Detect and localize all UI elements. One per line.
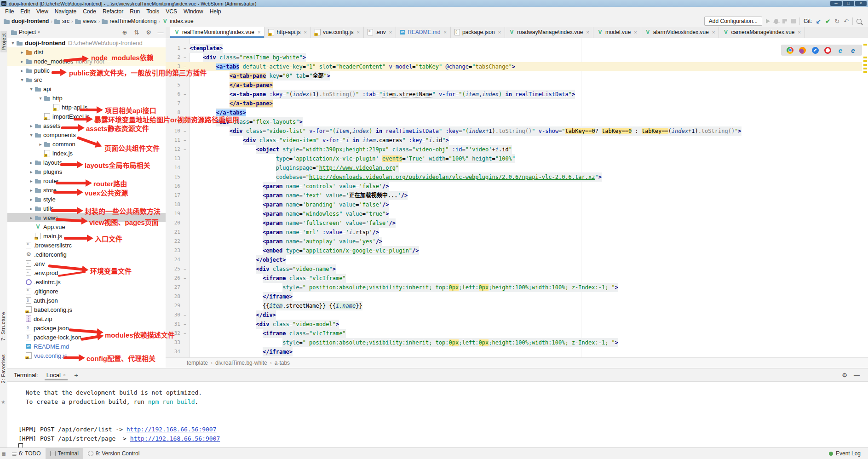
tree-item-plugins[interactable]: ▸plugins <box>7 167 166 176</box>
warning-stripe-mark[interactable] <box>863 44 867 46</box>
tree-item-babel.config.js[interactable]: babel.config.js <box>7 305 166 314</box>
tree-item-http-api.js[interactable]: http-api.js <box>7 103 166 112</box>
code-line[interactable]: 5</a-tab-pane> <box>166 80 862 90</box>
breadcrumb-item[interactable]: realTimeMonitoring <box>102 18 156 24</box>
tree-item-.env.prod[interactable]: .env.prod <box>7 268 166 277</box>
tree-chevron-icon[interactable]: ▾ <box>9 40 17 46</box>
hide-panel-icon[interactable]: — <box>155 29 166 36</box>
tree-item-src[interactable]: ▾src <box>7 75 166 84</box>
code-line[interactable]: 20<param name='fullscreen' value='false'… <box>166 218 862 228</box>
code-line[interactable]: 19<param name="windowless" value="true"> <box>166 209 862 218</box>
tree-item-.gitignore[interactable]: .gitignore <box>7 287 166 296</box>
tree-chevron-icon[interactable]: ▸ <box>28 123 35 128</box>
warning-stripe-mark[interactable] <box>863 64 867 66</box>
tree-chevron-icon[interactable]: ▸ <box>28 197 35 202</box>
tree-item-style[interactable]: ▸style <box>7 195 166 204</box>
panel-settings-icon[interactable]: ⚙ <box>144 29 154 36</box>
editor-tab-package.json[interactable]: package.json× <box>451 27 505 38</box>
code-line[interactable]: 33style=" position:absolute;visibility:i… <box>166 338 862 347</box>
terminal-link[interactable]: http://192.168.66.56:9007 <box>130 435 220 442</box>
stop-icon[interactable] <box>791 19 796 23</box>
todo-button[interactable]: 6: TODO <box>7 448 46 459</box>
code-line[interactable]: 10−<div class="video-list" v-for="(item,… <box>166 126 862 136</box>
add-configuration-button[interactable]: Add Configuration... <box>704 17 762 26</box>
code-line[interactable]: 26−<iframe class="vlcIframe" <box>166 274 862 283</box>
tree-item-dist[interactable]: ▸dist <box>7 47 166 57</box>
tree-chevron-icon[interactable]: ▸ <box>28 178 35 184</box>
tree-item-assets[interactable]: ▸assets <box>7 121 166 130</box>
maximize-button[interactable]: □ <box>843 1 854 6</box>
close-tab-icon[interactable]: × <box>712 29 715 35</box>
event-log-button[interactable]: Event Log <box>829 450 868 457</box>
tree-chevron-icon[interactable]: ▸ <box>28 188 35 193</box>
close-tab-icon[interactable]: × <box>304 29 306 35</box>
fold-icon[interactable]: − <box>180 136 190 145</box>
editor-tab-http-api.js[interactable]: http-api.js× <box>264 27 310 38</box>
fold-icon[interactable]: − <box>180 329 190 338</box>
tree-item-readme.md[interactable]: MDREADME.md <box>7 342 166 351</box>
new-terminal-icon[interactable]: + <box>74 371 78 379</box>
version-control-button[interactable]: 9: Version Control <box>83 448 144 459</box>
fold-icon[interactable]: − <box>180 264 190 274</box>
chrome-icon[interactable] <box>787 47 793 54</box>
code-line[interactable]: 27style=" position:absolute;visibility:i… <box>166 283 862 292</box>
code-line[interactable]: 34</iframe> <box>166 347 862 356</box>
editor-tab-realtimemonitoring-index.vue[interactable]: VrealTimeMonitoring\index.vue× <box>170 27 264 38</box>
breadcrumb-item[interactable]: views <box>75 18 97 24</box>
code-line[interactable]: 2−<div class="realTime bg-white"> <box>166 53 862 62</box>
terminal-link[interactable]: http://192.168.66.56:9007 <box>126 426 217 433</box>
code-line[interactable]: 23<embed type="application/x-google-vlc-… <box>166 246 862 255</box>
tree-chevron-icon[interactable]: ▸ <box>37 142 44 147</box>
editor-tab-alarmvideos-index.vue[interactable]: ValarmVideos\index.vue× <box>641 27 719 38</box>
code-line[interactable]: 7</a-tab-pane> <box>166 99 862 108</box>
edge-icon[interactable]: e <box>837 47 844 54</box>
fold-icon[interactable]: − <box>180 310 190 320</box>
terminal-button[interactable]: Terminal <box>46 448 83 459</box>
debug-icon[interactable] <box>774 19 778 24</box>
tool-stripe-structure[interactable]: 7: Structure <box>0 312 6 341</box>
code-line[interactable]: 11−<div class="video-item" v-for="i in i… <box>166 136 862 145</box>
breadcrumb-item[interactable]: duoji-frontend <box>4 18 49 24</box>
menu-code[interactable]: Code <box>80 8 99 15</box>
menu-run[interactable]: Run <box>126 8 143 15</box>
close-tab-icon[interactable]: × <box>634 29 637 35</box>
tree-item-.env[interactable]: .env <box>7 259 166 268</box>
code-line[interactable]: 16<param name='controls' value='false'/> <box>166 182 862 191</box>
project-panel-title[interactable]: Project <box>19 29 36 35</box>
tree-item-api[interactable]: ▾api <box>7 84 166 93</box>
tree-chevron-icon[interactable]: ▸ <box>18 59 26 64</box>
editor-breadcrumb-item[interactable]: a-tabs <box>275 360 290 366</box>
tree-chevron-icon[interactable]: ▸ <box>28 169 35 174</box>
tree-item-node-modules[interactable]: ▸node_moduleslibrary root <box>7 57 166 66</box>
terminal-output[interactable]: Note that the development build is not o… <box>7 382 868 453</box>
tool-stripe-project[interactable]: Project <box>0 31 7 52</box>
menu-edit[interactable]: Edit <box>17 8 33 15</box>
code-line[interactable]: 8</a-tabs> <box>166 108 862 117</box>
close-tab-icon[interactable]: × <box>586 29 589 35</box>
tree-item-dist.zip[interactable]: dist.zip <box>7 314 166 323</box>
code-line[interactable]: 22<param name='autoplay' value='yes'/> <box>166 237 862 246</box>
close-tab-icon[interactable]: × <box>389 29 392 35</box>
run-icon[interactable] <box>766 19 770 23</box>
fold-icon[interactable]: − <box>180 44 190 53</box>
code-line[interactable]: 4<a-tab-pane key="0" tab="全部"> <box>166 71 862 80</box>
tree-item-package.json[interactable]: package.json <box>7 323 166 333</box>
code-line[interactable]: 21<param name='mrl' :value='i.rtsp'/> <box>166 228 862 237</box>
fold-icon[interactable]: − <box>180 320 190 329</box>
tree-item-duoji-frontend[interactable]: ▾duoji-frontendD:\zheheWeb\duoji-fronten… <box>7 38 166 47</box>
warning-stripe-mark[interactable] <box>863 57 867 58</box>
tree-item-importexcel.js[interactable]: importExcel.js <box>7 112 166 121</box>
close-tab-icon[interactable]: × <box>258 29 260 35</box>
code-line[interactable]: 3−<a-tabs default-active-key="1" slot="h… <box>166 62 862 71</box>
favorites-star-icon[interactable]: ★ <box>1 399 6 405</box>
tree-item-components[interactable]: ▾components <box>7 130 166 139</box>
search-everywhere-icon[interactable] <box>857 19 862 24</box>
git-history-icon[interactable]: ↻ <box>834 18 839 25</box>
code-line[interactable]: 30−</div> <box>166 310 862 320</box>
code-line[interactable]: 1−<template> <box>166 44 862 53</box>
menu-tools[interactable]: Tools <box>143 8 162 15</box>
tree-chevron-icon[interactable]: ▾ <box>28 132 35 138</box>
firefox-icon[interactable] <box>799 47 806 54</box>
tree-item-common[interactable]: ▸common <box>7 139 166 149</box>
code-line[interactable]: 25−<div class="video-name"> <box>166 264 862 274</box>
